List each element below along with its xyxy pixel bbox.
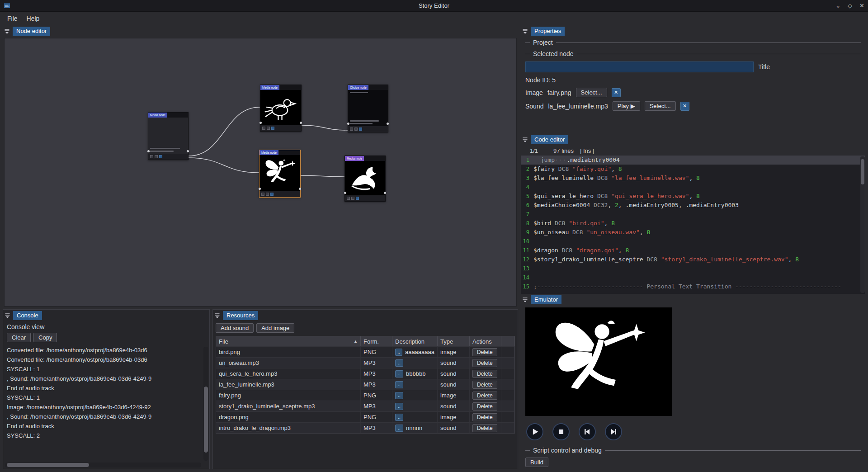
delete-button[interactable]: Delete — [472, 392, 497, 400]
graph-node[interactable]: Media node — [260, 85, 302, 132]
stop-button[interactable] — [552, 423, 570, 440]
code-line[interactable]: 2$fairy DC8 "fairy.qoi", 8 — [521, 165, 865, 174]
column-description[interactable]: Description — [392, 336, 438, 346]
node-mini-control[interactable] — [356, 197, 359, 200]
edit-description-button[interactable]: .. — [395, 349, 402, 356]
edit-description-button[interactable]: .. — [395, 359, 403, 367]
build-button[interactable]: Build — [525, 458, 548, 467]
node-mini-control[interactable] — [351, 197, 354, 200]
output-pin[interactable] — [387, 123, 389, 125]
delete-button[interactable]: Delete — [472, 348, 497, 356]
table-row[interactable]: fairy.pngPNG..imageDelete — [216, 390, 514, 401]
input-pin[interactable] — [259, 188, 261, 190]
edit-description-button[interactable]: .. — [395, 381, 403, 388]
delete-button[interactable]: Delete — [472, 370, 497, 378]
edit-description-button[interactable]: .. — [395, 414, 403, 421]
panel-collapse-icon[interactable] — [214, 313, 220, 319]
node-mini-control[interactable] — [267, 127, 270, 130]
delete-button[interactable]: Delete — [472, 359, 497, 367]
code-line[interactable]: 11$dragon DC8 "dragon.qoi", 8 — [521, 246, 865, 255]
node-mini-control[interactable] — [271, 127, 274, 130]
scrollbar-thumb[interactable] — [7, 463, 89, 467]
node-mini-control[interactable] — [359, 127, 362, 131]
input-pin[interactable] — [259, 122, 262, 124]
maximize-button[interactable]: ◇ — [848, 2, 852, 9]
table-row[interactable]: story1_drako_luminelle_sceptre.mp3MP3..s… — [216, 401, 514, 411]
copy-button[interactable]: Copy — [33, 333, 57, 342]
graph-node[interactable]: Media node — [259, 150, 301, 198]
node-mini-control[interactable] — [150, 155, 153, 158]
code-line[interactable]: 8$bird DC8 "bird.qoi", 8 — [521, 219, 865, 228]
prev-button[interactable] — [579, 423, 596, 440]
scrollbar-thumb[interactable] — [204, 387, 208, 453]
code-line[interactable]: 14 — [521, 273, 865, 282]
tab-console[interactable]: Console — [13, 311, 42, 320]
menu-file[interactable]: File — [3, 14, 22, 24]
sound-play-button[interactable]: Play ▶ — [613, 101, 640, 111]
table-row[interactable]: dragon.pngPNG..imageDelete — [216, 411, 514, 422]
code-line[interactable]: 9$un_oiseau DC8 "un_oiseau.wav", 8 — [521, 228, 865, 237]
tab-code-editor[interactable]: Code editor — [531, 135, 568, 144]
code-line[interactable]: 3$la_fee_luminelle DC8 "la_fee_luminelle… — [521, 174, 865, 183]
close-button[interactable]: ✕ — [859, 2, 864, 9]
delete-button[interactable]: Delete — [472, 413, 497, 421]
node-mini-control[interactable] — [354, 127, 358, 131]
minimize-button[interactable]: ⌄ — [835, 2, 840, 9]
column-file[interactable]: File▲ — [216, 336, 361, 346]
image-select-button[interactable]: Select... — [576, 88, 607, 97]
node-canvas[interactable]: Media nodeMedia nodeChoice nodeMedia nod… — [4, 38, 517, 307]
input-pin[interactable] — [147, 150, 150, 152]
image-clear-button[interactable]: ✕ — [612, 88, 621, 97]
table-row[interactable]: qui_sera_le_hero.mp3MP3..bbbbbbsoundDele… — [216, 368, 514, 379]
input-pin[interactable] — [344, 192, 346, 194]
tab-emulator[interactable]: Emulator — [531, 295, 561, 304]
delete-button[interactable]: Delete — [472, 381, 497, 389]
title-input[interactable] — [525, 61, 754, 72]
table-row[interactable]: la_fee_luminelle.mp3MP3..soundDelete — [216, 379, 514, 390]
node-mini-control[interactable] — [262, 127, 265, 130]
column-format[interactable]: Form. — [361, 336, 392, 346]
code-line[interactable]: 7 — [521, 210, 865, 219]
table-row[interactable]: intro_drako_le_dragon.mp3MP3..nnnnnsound… — [216, 422, 514, 433]
node-mini-control[interactable] — [261, 193, 264, 196]
sound-select-button[interactable]: Select... — [645, 101, 676, 111]
output-pin[interactable] — [300, 122, 302, 124]
graph-node[interactable]: Media node — [148, 112, 189, 160]
tab-node-editor[interactable]: Node editor — [13, 27, 50, 36]
scrollbar-thumb[interactable] — [861, 159, 864, 184]
play-button[interactable] — [526, 423, 543, 440]
node-mini-control[interactable] — [347, 197, 350, 200]
graph-node[interactable]: Choice node — [348, 85, 388, 132]
tab-properties[interactable]: Properties — [531, 27, 565, 36]
console-vertical-scrollbar[interactable] — [203, 347, 208, 461]
panel-collapse-icon[interactable] — [522, 297, 528, 303]
input-pin[interactable] — [347, 123, 349, 125]
console-log[interactable]: Converted file: /home/anthony/ostproj/ba… — [7, 345, 206, 468]
edit-description-button[interactable]: .. — [395, 425, 403, 432]
node-mini-control[interactable] — [266, 193, 269, 196]
node-mini-control[interactable] — [270, 193, 274, 196]
output-pin[interactable] — [384, 192, 386, 194]
code-line[interactable]: 13 — [521, 264, 865, 273]
delete-button[interactable]: Delete — [472, 424, 497, 432]
node-mini-control[interactable] — [155, 155, 158, 158]
clear-button[interactable]: Clear — [7, 333, 31, 342]
edit-description-button[interactable]: .. — [395, 392, 403, 399]
delete-button[interactable]: Delete — [472, 402, 497, 411]
output-pin[interactable] — [299, 188, 301, 190]
tab-resources[interactable]: Resources — [223, 311, 258, 320]
console-horizontal-scrollbar[interactable] — [5, 463, 201, 467]
add-image-button[interactable]: Add image — [256, 323, 294, 333]
panel-collapse-icon[interactable] — [522, 28, 528, 34]
sound-clear-button[interactable]: ✕ — [680, 102, 689, 111]
add-sound-button[interactable]: Add sound — [216, 323, 254, 333]
next-button[interactable] — [605, 423, 622, 440]
code-line[interactable]: 12$story1_drako_luminelle_sceptre DC8 "s… — [521, 255, 865, 264]
code-line[interactable]: 10 — [521, 237, 865, 246]
table-row[interactable]: un_oiseau.mp3MP3..soundDelete — [216, 357, 514, 368]
code-line[interactable]: 1 jump···.mediaEntry0004 — [521, 156, 865, 165]
edit-description-button[interactable]: .. — [395, 370, 403, 378]
output-pin[interactable] — [187, 150, 189, 152]
edit-description-button[interactable]: .. — [395, 403, 403, 410]
panel-collapse-icon[interactable] — [522, 137, 528, 143]
